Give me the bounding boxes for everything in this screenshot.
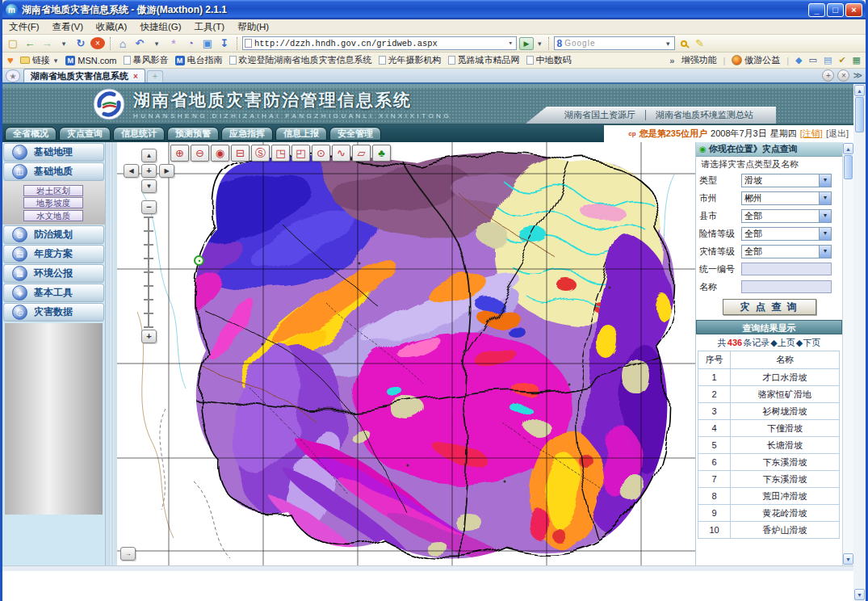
search-placeholder[interactable]: Google — [564, 39, 665, 48]
risk-level-select[interactable]: 全部 ▾ — [741, 227, 832, 241]
highlighter-icon[interactable]: ✎ — [693, 36, 707, 51]
scroll-up-icon[interactable]: ▲ — [843, 143, 853, 154]
im-icon[interactable]: ◆ — [795, 55, 802, 65]
scroll-thumb[interactable] — [855, 97, 864, 132]
table-row[interactable]: 7下东溪滑坡 — [698, 471, 840, 488]
pan-icon[interactable]: ◉ — [211, 145, 229, 162]
menu-groups[interactable]: 快捷组(G) — [140, 21, 181, 33]
undo-icon[interactable]: ↶ — [132, 36, 147, 51]
nav-security[interactable]: 安全管理 — [329, 127, 381, 141]
nav-emergency[interactable]: 应急指挥 — [221, 127, 273, 141]
layers-icon[interactable]: ♣ — [372, 145, 391, 162]
address-bar[interactable]: http://dzzh.hndh.gov.cn/gridweb.aspx ▾ — [242, 36, 517, 50]
nav-statistics[interactable]: 信息统计 — [113, 127, 165, 141]
url-dropdown-icon[interactable]: ▾ — [507, 39, 514, 48]
identify-icon[interactable]: ⊙ — [312, 145, 330, 162]
menu-tools[interactable]: 工具(T) — [194, 21, 224, 33]
table-row[interactable]: 1才口水滑坡 — [698, 369, 840, 386]
undo-dropdown-icon[interactable]: ▾ — [149, 36, 164, 51]
link-zhongdi[interactable]: 中地数码 — [526, 54, 572, 66]
link-photo[interactable]: 光年摄影机构 — [379, 54, 442, 66]
more-links-icon[interactable]: » — [669, 56, 674, 65]
combo-arrow-icon[interactable]: ▾ — [819, 192, 831, 204]
nav-disaster-query[interactable]: 灾点查询 — [59, 127, 111, 141]
pan-down-button[interactable]: ▼ — [141, 179, 157, 193]
table-row[interactable]: 3衫树垅滑坡 — [698, 403, 840, 420]
prev-page-link[interactable]: ◆上页 — [770, 337, 795, 349]
go-dropdown-icon[interactable]: ▾ — [536, 40, 543, 48]
table-row[interactable]: 4下僮滑坡 — [698, 420, 840, 437]
tab-close-icon[interactable]: × — [133, 72, 138, 81]
building-icon[interactable]: ▦ — [853, 55, 861, 65]
zoom-slider[interactable] — [144, 216, 153, 328]
eraser-icon[interactable]: ▱ — [352, 145, 371, 162]
pan-up-button[interactable]: ▲ — [141, 149, 157, 162]
map-corner-arrow-button[interactable]: → — [120, 547, 136, 561]
sidebar-item-base-geology[interactable]: ◫ 基础地质 — [3, 162, 104, 181]
stop-icon[interactable]: × — [90, 37, 105, 49]
search-dropdown-icon[interactable]: ▾ — [665, 40, 672, 48]
close-button[interactable]: × — [845, 3, 862, 17]
query-button[interactable]: 灾 点 查 询 — [723, 299, 816, 315]
refresh-icon[interactable]: ↻ — [73, 36, 88, 51]
nav-overview[interactable]: 全省概况 — [5, 127, 57, 141]
link-city[interactable]: 觅路城市精品网 — [448, 54, 520, 66]
forward-icon[interactable]: → — [40, 36, 54, 51]
star-icon[interactable]: ★ — [6, 69, 20, 82]
city-select[interactable]: 郴州 ▾ — [741, 191, 832, 205]
nav-forecast[interactable]: 预测预警 — [167, 127, 219, 141]
sidebar-splitter[interactable] — [106, 142, 117, 565]
disaster-level-select[interactable]: 全部 ▾ — [741, 245, 832, 258]
link-radio[interactable]: M电台指南 — [175, 54, 223, 66]
page-scrollbar[interactable]: ▲ ▼ — [853, 84, 866, 601]
collapse-chevron-icon[interactable]: ≫ — [853, 70, 862, 81]
favorites-heart-icon[interactable]: ♥ — [7, 54, 14, 66]
links-menu[interactable]: 链接▾ — [20, 54, 60, 66]
link-baofeng[interactable]: 暴风影音 — [124, 54, 169, 66]
link-msn[interactable]: MMSN.com — [65, 56, 116, 65]
combo-arrow-icon[interactable]: ▾ — [819, 210, 831, 222]
sidebar-item-prevention-plan[interactable]: ◍ 防治规划 — [3, 225, 104, 244]
zoom-box-icon[interactable]: ◳ — [271, 145, 290, 162]
minimize-button[interactable]: _ — [808, 3, 825, 17]
enhance-button[interactable]: 增强功能 — [681, 54, 716, 66]
pan-left-button[interactable]: ◀ — [124, 164, 139, 178]
download-icon[interactable]: ↧ — [217, 36, 232, 51]
menu-favorites[interactable]: 收藏(A) — [96, 21, 127, 33]
combo-arrow-icon[interactable]: ▾ — [819, 228, 831, 240]
zoom-out-icon[interactable]: ⊖ — [191, 145, 209, 162]
nav-report[interactable]: 信息上报 — [275, 127, 327, 141]
table-row[interactable]: 9黄花岭滑坡 — [698, 505, 840, 522]
sidebar-item-basic-tools[interactable]: ◈ 基本工具 — [3, 284, 104, 302]
history-icon[interactable]: ◔ — [183, 36, 198, 51]
submenu-hydrogeology[interactable]: 水文地质 — [23, 210, 83, 221]
geology-map[interactable]: ⊕ ⊖ ◉ ⊟ Ⓢ ◳ ◰ ⊙ ∿ ▱ ♣ ▲ ◀ + — [117, 142, 695, 565]
scroll-thumb[interactable] — [844, 155, 853, 179]
close-round-button[interactable]: × — [837, 69, 849, 82]
zoom-in-icon[interactable]: ⊕ — [170, 145, 189, 162]
magic-wand-icon[interactable]: * — [166, 36, 181, 51]
back-icon[interactable]: ← — [23, 36, 37, 51]
table-row[interactable]: 2骆家恒矿滑地 — [698, 386, 840, 403]
panel-scrollbar[interactable]: ▲ ▼ — [842, 142, 853, 565]
link-land-resources[interactable]: 湖南省国土资源厅 — [555, 109, 645, 121]
name-input[interactable] — [741, 280, 832, 293]
sidebar-item-disaster-data[interactable]: ◶ 灾害数据 — [3, 303, 104, 322]
new-page-icon[interactable]: ▢ — [6, 36, 20, 51]
sidebar-item-env-bulletin[interactable]: ▦ 环境公报 — [3, 264, 104, 283]
sidebar-item-base-geography[interactable]: » 基础地理 — [3, 143, 104, 162]
table-row[interactable]: 6下东溪滑坡 — [698, 454, 840, 471]
home-icon[interactable]: ⌂ — [115, 36, 130, 51]
type-select[interactable]: 滑坡 ▾ — [741, 174, 832, 187]
window-icon[interactable]: ▭ — [809, 55, 817, 65]
unified-id-input[interactable] — [741, 263, 832, 275]
menu-help[interactable]: 帮助(H) — [237, 21, 269, 33]
tools-round-button[interactable]: + — [822, 69, 834, 82]
next-page-link[interactable]: ◆下页 — [796, 337, 820, 349]
submenu-rock-zoning[interactable]: 岩土区划 — [23, 185, 83, 196]
link-welcome[interactable]: 欢迎登陆湖南省地质灾害信息系统 — [229, 54, 372, 66]
table-row[interactable]: 5长塘滑坡 — [698, 437, 840, 454]
pan-right-button[interactable]: ▶ — [159, 164, 174, 178]
frames-icon[interactable]: ▣ — [200, 36, 215, 51]
maximize-button[interactable]: □ — [827, 3, 844, 17]
